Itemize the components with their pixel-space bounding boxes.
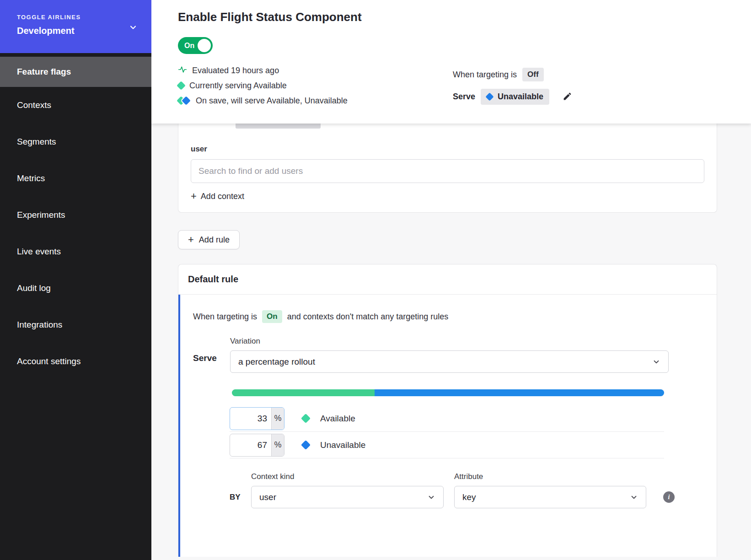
sidebar-item-feature-flags[interactable]: Feature flags	[0, 57, 151, 87]
variation-field: Variation a percentage rollout	[230, 337, 669, 373]
sidebar-item-experiments[interactable]: Experiments	[0, 197, 151, 233]
percent-input-group-available: %	[230, 407, 284, 430]
org-name: TOGGLE AIRLINES	[17, 14, 139, 21]
targeting-on-badge: On	[262, 310, 282, 323]
variation-selected-value: a percentage rollout	[238, 357, 315, 367]
when-targeting-off-row: When targeting is Off	[453, 68, 573, 81]
hidden-tab-fragment	[236, 124, 321, 129]
pencil-icon	[563, 92, 572, 102]
sidebar-item-label: Account settings	[17, 356, 80, 366]
context-kind-select[interactable]: user	[251, 486, 444, 508]
main-content: Enable Flight Status Component On Evalua…	[151, 0, 751, 560]
rollout-bar-segment-available	[232, 389, 375, 396]
off-variation-box: When targeting is Off Serve Unavailable	[453, 68, 573, 105]
info-icon[interactable]: i	[663, 491, 675, 503]
sidebar-item-segments[interactable]: Segments	[0, 124, 151, 160]
context-kind-selected-value: user	[259, 492, 276, 502]
evaluated-text: Evaluated 19 hours ago	[192, 66, 279, 75]
attribute-select[interactable]: key	[454, 486, 646, 508]
sidebar-item-integrations[interactable]: Integrations	[0, 307, 151, 343]
sidebar-item-live-events[interactable]: Live events	[0, 233, 151, 270]
available-diamond-icon	[301, 414, 311, 423]
toggle-state-label: On	[184, 42, 194, 50]
available-diamond-icon	[177, 81, 186, 90]
sidebar-item-label: Integrations	[17, 320, 62, 330]
attribute-field: Attribute key	[454, 472, 646, 508]
individual-targeting-card: user + Add context	[178, 124, 717, 213]
sidebar-item-label: Contexts	[17, 100, 51, 110]
currently-serving-text: Currently serving Available	[189, 81, 287, 91]
page-title: Enable Flight Status Component	[178, 10, 751, 24]
rollout-bar	[232, 389, 664, 396]
by-label: BY	[230, 493, 251, 508]
project-environment-switcher[interactable]: TOGGLE AIRLINES Development	[0, 0, 151, 53]
sidebar-item-audit-log[interactable]: Audit log	[0, 270, 151, 307]
attribute-selected-value: key	[462, 492, 476, 502]
context-kind-field: Context kind user	[251, 472, 444, 508]
chevron-down-icon	[630, 493, 638, 501]
sidebar-item-label: Audit log	[17, 283, 51, 293]
rollout-rows: % Available % Unavailable	[230, 405, 664, 458]
chevron-down-icon	[652, 358, 660, 366]
variation-select[interactable]: a percentage rollout	[230, 350, 669, 373]
rollout-row-available: % Available	[230, 405, 664, 432]
percent-unit: %	[271, 408, 284, 430]
sidebar: TOGGLE AIRLINES Development Feature flag…	[0, 0, 151, 560]
pulse-icon	[178, 65, 187, 76]
toggle-knob	[198, 39, 211, 52]
user-search-input[interactable]	[191, 159, 704, 183]
context-kind-label: Context kind	[251, 472, 444, 481]
condition-prefix: When targeting is	[193, 312, 257, 322]
rollout-by-row: BY Context kind user Attribute	[193, 472, 717, 508]
sidebar-item-account-settings[interactable]: Account settings	[0, 343, 151, 380]
sidebar-item-label: Segments	[17, 137, 56, 147]
rollout-bar-segment-unavailable	[375, 389, 664, 396]
percent-unit: %	[271, 434, 284, 456]
variations-diamonds-icon	[178, 97, 191, 105]
edit-off-variation-button[interactable]	[561, 91, 573, 103]
percent-input-unavailable[interactable]	[230, 434, 271, 456]
unavailable-diamond-icon	[485, 92, 494, 101]
sidebar-item-label: Metrics	[17, 173, 45, 183]
default-rule-title: Default rule	[188, 274, 707, 285]
variation-label: Variation	[230, 337, 669, 346]
unavailable-diamond-icon	[301, 440, 311, 450]
sidebar-nav: Feature flags Contexts Segments Metrics …	[0, 53, 151, 380]
targeting-body: user + Add context + Add rule Default ru…	[151, 124, 751, 560]
default-rule-condition: When targeting is On and contexts don't …	[193, 310, 717, 323]
sidebar-item-label: Experiments	[17, 210, 65, 220]
default-rule-body: When targeting is On and contexts don't …	[178, 295, 717, 557]
sidebar-item-contexts[interactable]: Contexts	[0, 87, 151, 124]
targeting-off-badge: Off	[522, 68, 544, 81]
percent-input-available[interactable]	[230, 408, 271, 430]
sidebar-item-label: Live events	[17, 247, 61, 257]
off-variation-badge[interactable]: Unavailable	[481, 89, 549, 105]
add-context-button[interactable]: + Add context	[191, 191, 244, 201]
flag-header: Enable Flight Status Component On Evalua…	[151, 0, 751, 124]
flag-toggle[interactable]: On	[178, 37, 213, 54]
variation-name-available: Available	[320, 414, 355, 424]
add-context-label: Add context	[201, 192, 244, 201]
condition-suffix: and contexts don't match any targeting r…	[287, 312, 449, 322]
chevron-down-icon	[427, 493, 435, 501]
rollout-row-unavailable: % Unavailable	[230, 432, 664, 458]
add-rule-label: Add rule	[199, 235, 230, 245]
variation-name-unavailable: Unavailable	[320, 440, 365, 450]
percent-input-group-unavailable: %	[230, 434, 284, 457]
sidebar-item-label: Feature flags	[17, 67, 71, 77]
off-serve-row: Serve Unavailable	[453, 89, 573, 105]
default-rule-header: Default rule	[178, 264, 717, 295]
plus-icon: +	[191, 191, 197, 201]
attribute-label: Attribute	[454, 472, 646, 481]
serve-label: Serve	[453, 92, 475, 102]
serve-variation-row: Serve Variation a percentage rollout	[193, 337, 717, 373]
serve-label: Serve	[193, 337, 230, 373]
chevron-down-icon	[129, 23, 138, 32]
sidebar-item-metrics[interactable]: Metrics	[0, 160, 151, 197]
when-targeting-label: When targeting is	[453, 70, 517, 80]
environment-name: Development	[17, 26, 139, 36]
default-rule-card: Default rule When targeting is On and co…	[178, 264, 717, 557]
plus-icon: +	[188, 235, 194, 245]
add-rule-button[interactable]: + Add rule	[178, 230, 240, 249]
off-variation-value: Unavailable	[498, 92, 543, 102]
